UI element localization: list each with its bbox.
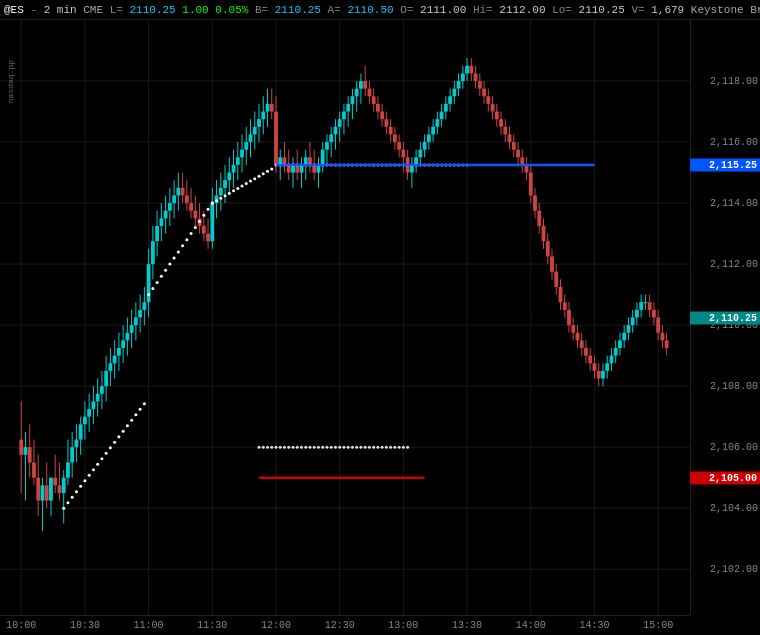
left-sidebar: nasdaq.pp — [0, 60, 20, 103]
price-label-2102: 2,102.00 — [710, 564, 758, 575]
chart-container: @ES - 2 min CME L= 2110.25 1.00 0.05% B=… — [0, 0, 760, 635]
l-value: 2110.25 — [129, 4, 175, 16]
time-label-1200: 12:00 — [261, 620, 291, 631]
time-label-1330: 13:30 — [452, 620, 482, 631]
v-value: 1,679 — [651, 4, 684, 16]
time-label-1000: 10:00 — [6, 620, 36, 631]
time-label-1230: 12:30 — [325, 620, 355, 631]
exchange: CME — [83, 4, 103, 16]
symbol: @ES — [4, 4, 24, 16]
price-label-2108: 2,108.00 — [710, 381, 758, 392]
price-chart-canvas — [0, 20, 690, 615]
header-info: @ES - 2 min CME L= 2110.25 1.00 0.05% B=… — [4, 4, 760, 16]
price-label-2104: 2,104.00 — [710, 503, 758, 514]
chart-area — [0, 20, 690, 615]
time-label-1500: 15:00 — [643, 620, 673, 631]
time-label-1130: 11:30 — [197, 620, 227, 631]
b-label: B= — [255, 4, 268, 16]
price-label-2114: 2,114.00 — [710, 198, 758, 209]
price-label-2106: 2,106.00 — [710, 442, 758, 453]
price-label-2116: 2,116.00 — [710, 137, 758, 148]
price-label-2118: 2,118.00 — [710, 76, 758, 87]
hi-label: Hi= — [473, 4, 493, 16]
price-label-red-highlight: 2,105.00 — [690, 471, 760, 484]
price-label-blue-highlight: 2,115.25 — [690, 158, 760, 171]
lo-label: Lo= — [552, 4, 572, 16]
top-bar: @ES - 2 min CME L= 2110.25 1.00 0.05% B=… — [0, 0, 760, 20]
sidebar-label: nasdaq.pp — [6, 60, 15, 103]
time-label-1300: 13:00 — [388, 620, 418, 631]
time-axis: 10:0010:3011:0011:3012:0012:3013:0013:30… — [0, 615, 690, 635]
timeframe: 2 min — [44, 4, 77, 16]
l-label: L= — [110, 4, 123, 16]
change-val: 1.00 — [182, 4, 208, 16]
a-label: A= — [328, 4, 341, 16]
time-label-1030: 10:30 — [70, 620, 100, 631]
time-label-1430: 14:30 — [579, 620, 609, 631]
v-label: V= — [631, 4, 644, 16]
b-value: 2110.25 — [275, 4, 321, 16]
hi-value: 2112.00 — [499, 4, 545, 16]
price-label-2112: 2,112.00 — [710, 259, 758, 270]
lo-value: 2110.25 — [579, 4, 625, 16]
a-value: 2110.50 — [347, 4, 393, 16]
strategy-name: Keystone Breakout ... — [691, 4, 760, 16]
o-label: O= — [400, 4, 413, 16]
price-axis: 2,118.002,116.002,114.002,112.002,110.00… — [690, 20, 760, 615]
time-label-1100: 11:00 — [134, 620, 164, 631]
price-label-cyan-highlight: 2,110.25 — [690, 311, 760, 324]
change-pct: 0.05% — [215, 4, 248, 16]
o-value: 2111.00 — [420, 4, 466, 16]
time-label-1400: 14:00 — [516, 620, 546, 631]
